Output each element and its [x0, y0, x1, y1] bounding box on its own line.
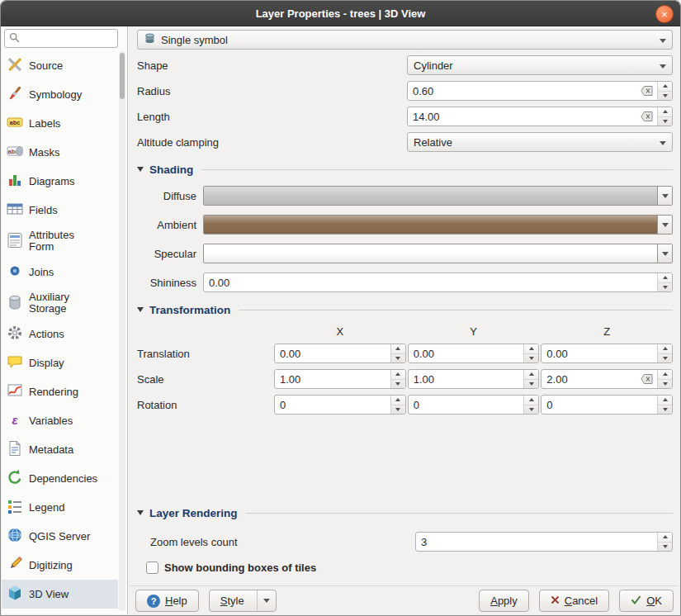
spinner-buttons[interactable] [390, 396, 405, 414]
radius-spinbox[interactable] [407, 81, 673, 101]
spin-down-icon[interactable] [658, 117, 672, 126]
translation-z-input[interactable] [541, 344, 657, 362]
spin-down-icon[interactable] [524, 405, 538, 415]
symbol-type-select[interactable]: Single symbol [137, 30, 673, 50]
layer-rendering-group-header[interactable]: Layer Rendering [137, 505, 673, 520]
spin-up-icon[interactable] [658, 273, 672, 283]
spin-up-icon[interactable] [391, 396, 405, 405]
sidebar-item-display[interactable]: Display [2, 348, 118, 377]
spin-up-icon[interactable] [658, 107, 672, 117]
sidebar-item-diagrams[interactable]: Diagrams [2, 167, 118, 196]
ok-button[interactable]: OK [619, 590, 674, 612]
sidebar-item-attributes-form[interactable]: Attributes Form [2, 225, 118, 258]
spin-down-icon[interactable] [524, 354, 538, 363]
sidebar-item-fields[interactable]: Fields [2, 196, 118, 225]
sidebar-item-symbology[interactable]: Symbology [2, 80, 118, 109]
spin-down-icon[interactable] [391, 405, 405, 415]
rotation-x-input[interactable] [275, 396, 390, 414]
diffuse-color-swatch[interactable] [204, 187, 657, 205]
scale-x-input[interactable] [275, 370, 390, 388]
length-input[interactable] [408, 107, 636, 126]
color-dropdown-icon[interactable] [657, 216, 672, 234]
spin-down-icon[interactable] [658, 354, 672, 363]
sidebar-item-digitizing[interactable]: Digitizing [2, 551, 118, 580]
spin-up-icon[interactable] [658, 370, 672, 380]
ambient-color-swatch[interactable] [204, 216, 657, 234]
translation-y-spinbox[interactable] [408, 344, 540, 363]
spinner-buttons[interactable] [657, 273, 672, 291]
scale-x-spinbox[interactable] [274, 369, 406, 389]
zoom-levels-input[interactable] [416, 533, 657, 551]
spin-up-icon[interactable] [658, 533, 672, 543]
spinner-buttons[interactable] [390, 344, 405, 362]
rotation-z-spinbox[interactable] [541, 395, 673, 415]
sidebar-item-variables[interactable]: εVariables [2, 406, 118, 435]
shape-select[interactable]: Cylinder [407, 55, 673, 75]
spinner-buttons[interactable] [657, 107, 672, 126]
spin-up-icon[interactable] [391, 344, 405, 354]
zoom-levels-spinbox[interactable] [415, 532, 673, 552]
spin-up-icon[interactable] [524, 344, 538, 354]
sidebar-item-qgis-server[interactable]: QGIS Server [2, 522, 118, 551]
rotation-x-spinbox[interactable] [274, 395, 406, 415]
bounding-boxes-checkbox[interactable] [146, 562, 158, 574]
spin-down-icon[interactable] [658, 380, 672, 389]
collapse-triangle-icon[interactable] [137, 167, 144, 172]
ambient-color-button[interactable] [203, 215, 673, 235]
sidebar-item-legend[interactable]: Legend [2, 493, 118, 522]
spinner-buttons[interactable] [390, 370, 405, 388]
style-dropdown-icon[interactable] [257, 590, 276, 611]
sidebar-search[interactable] [4, 29, 118, 48]
translation-z-spinbox[interactable] [541, 344, 673, 363]
sidebar-item-3d-view[interactable]: 3D View [2, 580, 118, 609]
rotation-z-input[interactable] [541, 396, 657, 414]
spin-down-icon[interactable] [658, 405, 672, 415]
spin-down-icon[interactable] [658, 543, 672, 552]
apply-button[interactable]: Apply [479, 590, 529, 612]
clear-value-icon[interactable] [636, 370, 657, 388]
diffuse-color-button[interactable] [203, 186, 673, 206]
search-input[interactable] [23, 31, 117, 45]
spin-down-icon[interactable] [524, 380, 538, 389]
shininess-spinbox[interactable] [203, 272, 673, 292]
scrollbar-thumb[interactable] [120, 53, 125, 99]
sidebar-item-actions[interactable]: Actions [2, 320, 118, 348]
length-spinbox[interactable] [407, 107, 673, 126]
spinner-buttons[interactable] [523, 344, 538, 362]
style-button[interactable]: Style [209, 590, 277, 612]
spinner-buttons[interactable] [523, 370, 538, 388]
translation-x-input[interactable] [275, 344, 390, 362]
clear-value-icon[interactable] [636, 107, 657, 126]
spinner-buttons[interactable] [657, 533, 672, 551]
color-dropdown-icon[interactable] [657, 244, 672, 263]
scale-z-input[interactable] [541, 370, 636, 388]
rotation-y-input[interactable] [409, 396, 524, 414]
spinner-buttons[interactable] [523, 396, 538, 414]
cancel-button[interactable]: Cancel [539, 590, 609, 612]
spin-down-icon[interactable] [658, 92, 672, 101]
sidebar-item-source[interactable]: Source [2, 51, 118, 80]
scale-y-spinbox[interactable] [408, 369, 540, 389]
scale-z-spinbox[interactable] [541, 369, 673, 389]
specular-color-button[interactable] [203, 244, 673, 263]
help-button[interactable]: ? Help [135, 590, 199, 612]
shininess-input[interactable] [204, 273, 657, 291]
spinner-buttons[interactable] [657, 344, 672, 362]
spin-up-icon[interactable] [524, 396, 538, 405]
sidebar-scrollbar[interactable] [119, 51, 125, 611]
translation-y-input[interactable] [409, 344, 524, 362]
spin-down-icon[interactable] [658, 283, 672, 292]
sidebar-item-metadata[interactable]: Metadata [2, 435, 118, 464]
sidebar-item-auxiliary-storage[interactable]: Auxiliary Storage [2, 287, 118, 320]
color-dropdown-icon[interactable] [657, 187, 672, 205]
spin-up-icon[interactable] [658, 396, 672, 405]
shading-group-header[interactable]: Shading [137, 162, 673, 177]
collapse-triangle-icon[interactable] [137, 307, 144, 312]
spin-down-icon[interactable] [391, 380, 405, 389]
translation-x-spinbox[interactable] [274, 344, 406, 363]
scale-y-input[interactable] [409, 370, 524, 388]
spin-down-icon[interactable] [391, 354, 405, 363]
close-button[interactable]: × [655, 5, 674, 23]
clear-value-icon[interactable] [636, 82, 657, 100]
collapse-triangle-icon[interactable] [137, 510, 144, 515]
